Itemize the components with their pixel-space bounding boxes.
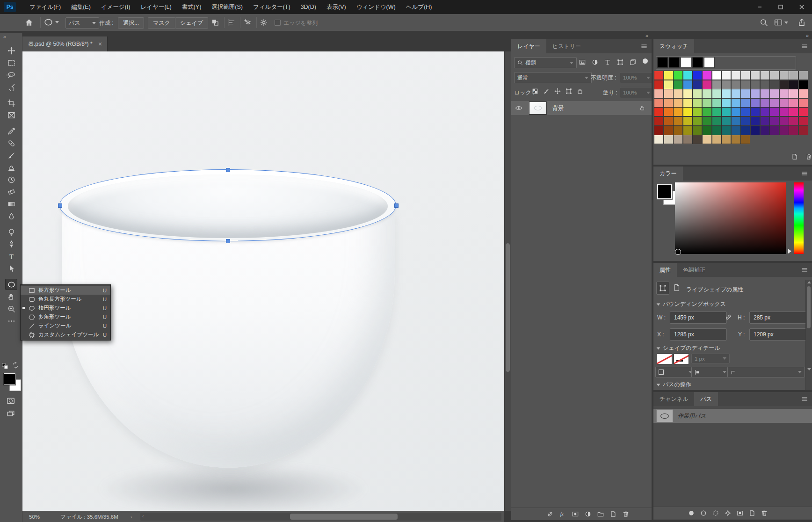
menu-7[interactable]: 3D(D) bbox=[296, 0, 321, 14]
stroke-align-select[interactable] bbox=[691, 367, 730, 377]
document-tab[interactable]: 器.psd @ 50% (RGB/8*) * ✕ bbox=[22, 36, 108, 51]
fill-color-button[interactable] bbox=[657, 354, 672, 364]
flyout-item-5[interactable]: カスタムシェイプツールU bbox=[21, 330, 110, 339]
path-anchor-right[interactable] bbox=[394, 203, 399, 208]
path-operations-section-header[interactable]: パスの操作 bbox=[657, 381, 691, 389]
vertical-scrollbar-thumb[interactable] bbox=[506, 243, 510, 372]
swatch[interactable] bbox=[732, 71, 740, 80]
swatch[interactable] bbox=[703, 108, 711, 116]
swatch[interactable] bbox=[770, 89, 779, 98]
swatch[interactable] bbox=[703, 71, 711, 80]
swatch[interactable] bbox=[712, 126, 721, 135]
swatch[interactable] bbox=[751, 126, 760, 135]
swatch[interactable] bbox=[722, 135, 731, 144]
swatch[interactable] bbox=[693, 99, 702, 107]
properties-scrollbar[interactable] bbox=[805, 280, 812, 390]
stroke-color-button[interactable] bbox=[674, 354, 689, 364]
width-field[interactable]: 1459 px bbox=[670, 312, 727, 324]
swatch[interactable] bbox=[664, 135, 673, 144]
swatch[interactable] bbox=[761, 71, 769, 80]
search-icon[interactable] bbox=[760, 18, 768, 27]
height-field[interactable]: 285 px bbox=[749, 312, 806, 324]
healing-brush-tool[interactable] bbox=[5, 138, 17, 149]
swatch[interactable] bbox=[751, 71, 760, 80]
lock-artboard-icon[interactable] bbox=[566, 88, 572, 94]
frame-tool[interactable] bbox=[5, 109, 17, 121]
collapse-panels-icon[interactable]: » bbox=[645, 33, 648, 38]
swatch[interactable] bbox=[732, 117, 740, 125]
swatch[interactable] bbox=[770, 71, 779, 80]
quick-mask-icon[interactable] bbox=[7, 397, 15, 405]
swatch[interactable] bbox=[683, 108, 692, 116]
menu-4[interactable]: 書式(Y) bbox=[177, 0, 207, 14]
ellipse-path-outline[interactable] bbox=[59, 169, 396, 241]
swatch[interactable] bbox=[751, 80, 760, 89]
scroll-down-arrow[interactable] bbox=[807, 368, 811, 370]
swatch[interactable] bbox=[654, 89, 663, 98]
flyout-item-3[interactable]: 多角形ツールU bbox=[21, 312, 110, 321]
new-adjustment-layer-icon[interactable] bbox=[585, 511, 591, 517]
swatch[interactable] bbox=[732, 99, 740, 107]
foreground-color-chip[interactable] bbox=[657, 184, 672, 199]
swatch[interactable] bbox=[761, 126, 769, 135]
tab-layers[interactable]: レイヤー bbox=[511, 39, 546, 53]
filter-toggle-icon[interactable] bbox=[643, 58, 648, 64]
swatch[interactable] bbox=[712, 108, 721, 116]
crop-tool[interactable] bbox=[5, 97, 17, 109]
swatch[interactable] bbox=[683, 89, 692, 98]
swatch[interactable] bbox=[799, 117, 808, 125]
collapse-toolbar-icon[interactable]: » bbox=[3, 34, 6, 39]
swatch[interactable] bbox=[751, 108, 760, 116]
hue-slider-marker[interactable] bbox=[788, 249, 791, 254]
swatch[interactable] bbox=[741, 99, 750, 107]
menu-10[interactable]: ヘルプ(H) bbox=[401, 0, 437, 14]
delete-layer-icon[interactable] bbox=[623, 511, 629, 517]
blend-mode-select[interactable]: 通常 bbox=[514, 72, 592, 83]
collapse-panels-icon[interactable]: » bbox=[806, 33, 808, 38]
swatch[interactable] bbox=[712, 135, 721, 144]
add-mask-icon[interactable] bbox=[737, 510, 743, 516]
new-group-icon[interactable] bbox=[597, 511, 604, 517]
swatch[interactable] bbox=[722, 126, 731, 135]
swatch[interactable] bbox=[732, 89, 740, 98]
swatch[interactable] bbox=[770, 126, 779, 135]
menu-6[interactable]: フィルター(T) bbox=[248, 0, 296, 14]
default-colors-icon[interactable] bbox=[2, 363, 8, 370]
swatch[interactable] bbox=[770, 99, 779, 107]
delete-path-icon[interactable] bbox=[761, 510, 768, 516]
swatch[interactable] bbox=[780, 117, 789, 125]
hue-slider[interactable] bbox=[794, 182, 804, 254]
swatch[interactable] bbox=[732, 80, 740, 89]
tab-color[interactable]: カラー bbox=[653, 167, 683, 181]
make-mask-button[interactable]: マスク bbox=[148, 17, 175, 29]
color-picker-cursor[interactable] bbox=[675, 249, 681, 255]
selection-as-path-icon[interactable] bbox=[725, 510, 731, 516]
transform-properties-icon[interactable] bbox=[656, 282, 669, 295]
swatch[interactable] bbox=[712, 117, 721, 125]
type-tool[interactable]: T bbox=[5, 251, 17, 262]
stroke-path-icon[interactable] bbox=[700, 510, 707, 516]
swatch[interactable] bbox=[770, 80, 779, 89]
new-layer-icon[interactable] bbox=[610, 511, 616, 517]
fill-input[interactable]: 100% bbox=[620, 87, 652, 98]
swatch[interactable] bbox=[722, 80, 731, 89]
swatch[interactable] bbox=[732, 135, 740, 144]
path-arrangement-icon[interactable] bbox=[244, 19, 251, 26]
make-selection-button[interactable]: 選択... bbox=[118, 17, 144, 29]
swap-colors-icon[interactable] bbox=[12, 362, 19, 369]
path-anchor-left[interactable] bbox=[58, 203, 62, 208]
tab-paths[interactable]: パス bbox=[694, 392, 718, 406]
gear-icon[interactable] bbox=[260, 19, 268, 26]
recent-swatch[interactable] bbox=[681, 58, 691, 67]
flyout-item-2[interactable]: 楕円形ツールU bbox=[21, 304, 110, 312]
close-document-icon[interactable]: ✕ bbox=[98, 41, 102, 47]
swatch[interactable] bbox=[664, 80, 673, 89]
swatch[interactable] bbox=[799, 126, 808, 135]
screen-mode-icon[interactable] bbox=[7, 410, 15, 418]
swatch[interactable] bbox=[799, 99, 808, 107]
vertical-scrollbar[interactable] bbox=[504, 51, 511, 511]
swatch[interactable] bbox=[683, 99, 692, 107]
swatch[interactable] bbox=[761, 99, 769, 107]
swatch[interactable] bbox=[674, 99, 682, 107]
swatch[interactable] bbox=[789, 80, 798, 89]
